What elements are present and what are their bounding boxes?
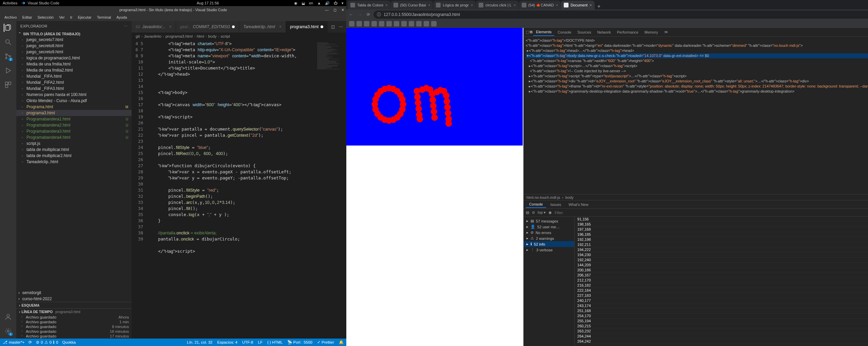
menu-ejecutar[interactable]: Ejecutar <box>75 15 94 20</box>
discord-icon[interactable]: ◉ <box>294 1 297 5</box>
timeline-item[interactable]: Archivo guardadoAhora <box>16 315 132 320</box>
outline-section[interactable]: › ESQUEMA <box>16 302 132 308</box>
clock[interactable]: Aug 17 21:56 <box>197 1 219 5</box>
account-icon[interactable] <box>4 313 12 321</box>
chrome-tab[interactable]: Document× <box>561 1 595 9</box>
file-item[interactable]: Mundial _FIFA2.html <box>16 79 132 85</box>
console-log[interactable]: 91,156programa3.html:31198,165programa3.… <box>575 217 868 346</box>
timeline-item[interactable]: Archivo guardado16 minutos <box>16 329 132 334</box>
file-item[interactable]: script.js <box>16 140 132 147</box>
close-button[interactable]: ✕ <box>341 8 344 12</box>
extensions-icon[interactable] <box>4 81 12 89</box>
notifications-icon[interactable]: 🔔 <box>339 340 344 345</box>
activities[interactable]: Activities <box>3 1 17 5</box>
workspace-section[interactable]: › SIN TÍTULO (ÁREA DE TRABAJO) <box>16 31 132 37</box>
bookmark-item[interactable] <box>409 21 414 26</box>
menu-terminal[interactable]: Terminal <box>95 15 114 20</box>
maximize-button[interactable]: ◻ <box>333 8 336 12</box>
elements-breadcrumb[interactable]: html.no-touch.mdl-js›body <box>524 194 868 200</box>
console-context[interactable]: top ▾ <box>538 210 546 215</box>
chrome-tab[interactable]: (54) 🍁CANAD× <box>519 1 561 9</box>
devtools-tab-performance[interactable]: Performance <box>614 29 641 36</box>
language-mode[interactable]: { } HTML <box>267 340 283 344</box>
volume-icon[interactable]: 🔊 <box>325 1 330 5</box>
console-cat[interactable]: ▸▤57 messages <box>524 218 574 224</box>
devtools-tab-sources[interactable]: Sources <box>575 29 594 36</box>
file-item[interactable]: Media de una fmilia.html <box>16 61 132 67</box>
timeline-item[interactable]: Archivo guardado1 min <box>16 320 132 324</box>
console-cat[interactable]: ▸⚠2 warnings <box>524 235 574 241</box>
timeline-item[interactable]: Archivo guardado8 minutos <box>16 324 132 329</box>
url-input[interactable]: ⓘ 127.0.0.1:5500/Javaolinto/programa3.ht… <box>373 11 868 19</box>
console-cat[interactable]: ▸👤52 user me… <box>524 224 574 230</box>
search-icon[interactable] <box>4 38 12 46</box>
more-actions-icon[interactable]: ⋯ <box>339 24 343 29</box>
folder-item[interactable]: ›servidorgit <box>16 290 132 296</box>
console-cat[interactable]: ▸⊘No errors <box>524 230 574 235</box>
devtools-tab-console[interactable]: Console <box>555 29 574 36</box>
prettier[interactable]: ✓ Prettier <box>317 340 334 345</box>
back-icon[interactable]: ← <box>349 12 353 17</box>
menu-caret[interactable]: ▾ <box>342 1 344 5</box>
file-item[interactable]: Tareadelclip..html <box>16 159 132 165</box>
bookmark-item[interactable] <box>401 21 407 26</box>
menu-ir[interactable]: Ir <box>68 15 75 20</box>
file-item[interactable]: programa3.html <box>16 110 132 116</box>
file-item[interactable]: Programabandera4.htmlU <box>16 134 132 140</box>
menu-archivo[interactable]: Archivo <box>2 15 19 20</box>
devtools-tab-memory[interactable]: Memory <box>642 29 661 36</box>
file-item[interactable]: Programa.htmlM <box>16 104 132 110</box>
lang-indicator[interactable]: en <box>309 1 313 5</box>
run-debug-icon[interactable] <box>4 66 12 75</box>
tray-icon[interactable]: ⬓ <box>302 1 305 5</box>
chrome-tab[interactable]: Tabla de Colore× <box>348 1 390 9</box>
drawer-tab-issues[interactable]: Issues <box>547 201 564 208</box>
rendered-page[interactable] <box>346 28 523 346</box>
cursor-position[interactable]: Lín. 21, col. 32 <box>187 340 212 344</box>
console-cat[interactable]: ▸⋮3 verbose <box>524 247 574 253</box>
menu-ver[interactable]: Ver <box>57 15 67 20</box>
devtools-tab-network[interactable]: Network <box>595 29 614 36</box>
console-eye-icon[interactable]: ◉ <box>548 210 552 215</box>
quokka[interactable]: Quokka <box>62 340 76 344</box>
sidebar-more-icon[interactable]: ⋯ <box>124 24 128 28</box>
editor-tab[interactable]: gitoli/... COMMIT_EDITMSG <box>176 21 239 33</box>
sync-icon[interactable]: ⟳ <box>28 340 32 345</box>
file-item[interactable]: tabla de multiplicar2.html <box>16 153 132 159</box>
chrome-tab[interactable]: (50) Curso Bási× <box>391 1 433 9</box>
console-filter-input[interactable] <box>555 211 601 215</box>
encoding[interactable]: UTF-8 <box>242 340 253 344</box>
bookmark-item[interactable] <box>371 21 377 26</box>
canvas[interactable] <box>346 28 523 146</box>
console-clear-icon[interactable]: ⊘ <box>532 210 535 215</box>
editor-tab[interactable]: 5G Javaolinto/...× <box>132 21 176 33</box>
menu-selección[interactable]: Selección <box>35 15 56 20</box>
chrome-tab[interactable]: circulos click | L× <box>476 1 518 9</box>
file-item[interactable]: logica de programacion1.html <box>16 55 132 61</box>
eol[interactable]: LF <box>258 340 263 344</box>
git-branch[interactable]: ⎇ master*+ <box>3 340 24 345</box>
file-item[interactable]: juego_secreto8.html <box>16 43 132 49</box>
file-item[interactable]: Mundial _FIFA3.html <box>16 85 132 92</box>
folder-item[interactable]: ›curso-html-2022 <box>16 296 132 302</box>
device-toggle-icon[interactable]: ⧉ <box>530 30 533 34</box>
network-icon[interactable]: ▲ <box>317 1 321 5</box>
bookmark-item[interactable] <box>349 21 354 26</box>
minimize-button[interactable]: — <box>325 8 329 12</box>
console-sidebar-toggle-icon[interactable]: ▤ <box>526 210 529 215</box>
file-item[interactable]: Media de una fmilia2.html <box>16 67 132 73</box>
bookmark-item[interactable] <box>431 21 437 26</box>
file-item[interactable]: Programabandera1.htmlU <box>16 116 132 122</box>
settings-gear-icon[interactable]: 1 <box>4 327 12 335</box>
editor-tab[interactable]: programa3.html <box>286 21 328 33</box>
menu-editar[interactable]: Editar <box>20 15 35 20</box>
devtools-tab-elements[interactable]: Elements <box>533 28 554 36</box>
console-cat[interactable]: ▸ℹ52 info <box>524 241 574 247</box>
file-item[interactable]: juego_secreto9.html <box>16 49 132 55</box>
file-item[interactable]: Numeros pares hasta el 100.html <box>16 92 132 98</box>
bookmark-item[interactable] <box>364 21 369 26</box>
power-icon[interactable]: ⏻ <box>334 1 337 5</box>
timeline-item[interactable]: Archivo guardado17 minutos <box>16 334 132 339</box>
bookmark-item[interactable] <box>416 21 422 26</box>
forward-icon[interactable]: → <box>358 12 362 17</box>
